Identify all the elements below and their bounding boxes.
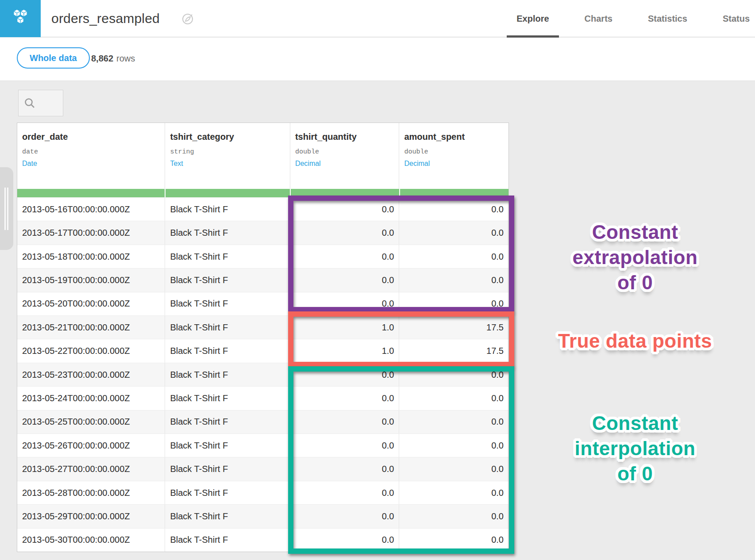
cell-amount-spent[interactable]: 0.0 [399,481,508,504]
cell-order-date[interactable]: 2013-05-23T00:00:00.000Z [17,363,165,386]
table-row[interactable]: 2013-05-25T00:00:00.000ZBlack T-Shirt F0… [17,410,508,433]
cell-amount-spent[interactable]: 0.0 [399,221,508,244]
cell-tshirt-quantity[interactable]: 0.0 [290,505,400,528]
sample-selector-button[interactable]: Whole data [17,47,90,69]
cell-amount-spent[interactable]: 0.0 [399,457,508,480]
cell-tshirt-category[interactable]: Black T-Shirt F [165,268,290,292]
cell-tshirt-quantity[interactable]: 0.0 [290,268,400,292]
column-name: order_date [22,132,165,142]
cell-amount-spent[interactable]: 0.0 [399,410,508,433]
cell-amount-spent[interactable]: 0.0 [399,245,508,268]
cell-tshirt-category[interactable]: Black T-Shirt F [165,316,290,339]
cell-amount-spent[interactable]: 0.0 [399,387,508,410]
cell-tshirt-category[interactable]: Black T-Shirt F [165,221,290,244]
cell-order-date[interactable]: 2013-05-25T00:00:00.000Z [17,410,165,433]
quality-bar-segment[interactable] [17,189,165,197]
column-meaning-link[interactable]: Decimal [295,160,399,168]
cell-amount-spent[interactable]: 0.0 [399,292,508,315]
tab-explore[interactable]: Explore [515,0,551,37]
cell-tshirt-quantity[interactable]: 0.0 [290,529,400,552]
cell-tshirt-quantity[interactable]: 0.0 [290,221,400,244]
cell-order-date[interactable]: 2013-05-22T00:00:00.000Z [17,339,165,362]
cell-order-date[interactable]: 2013-05-17T00:00:00.000Z [17,221,165,244]
cell-amount-spent[interactable]: 0.0 [399,268,508,292]
column-header-order-date[interactable]: order_date date Date [17,123,165,189]
cell-amount-spent[interactable]: 0.0 [399,505,508,528]
cell-tshirt-quantity[interactable]: 0.0 [290,481,400,504]
table-row[interactable]: 2013-05-24T00:00:00.000ZBlack T-Shirt F0… [17,386,508,410]
cell-order-date[interactable]: 2013-05-27T00:00:00.000Z [17,457,165,480]
cell-amount-spent[interactable]: 0.0 [399,434,508,457]
dataset-cubes-icon[interactable] [0,0,41,37]
cell-amount-spent[interactable]: 17.5 [399,316,508,339]
cell-tshirt-category[interactable]: Black T-Shirt F [165,292,290,315]
cell-tshirt-category[interactable]: Black T-Shirt F [165,339,290,362]
cell-order-date[interactable]: 2013-05-24T00:00:00.000Z [17,387,165,410]
tab-charts[interactable]: Charts [583,0,614,37]
cell-tshirt-quantity[interactable]: 0.0 [290,292,400,315]
cell-order-date[interactable]: 2013-05-29T00:00:00.000Z [17,505,165,528]
cell-tshirt-quantity[interactable]: 1.0 [290,339,400,362]
cell-order-date[interactable]: 2013-05-19T00:00:00.000Z [17,268,165,292]
table-row[interactable]: 2013-05-19T00:00:00.000ZBlack T-Shirt F0… [17,268,508,292]
table-row[interactable]: 2013-05-26T00:00:00.000ZBlack T-Shirt F0… [17,433,508,457]
column-header-tshirt-quantity[interactable]: tshirt_quantity double Decimal [290,123,400,189]
cell-amount-spent[interactable]: 17.5 [399,339,508,362]
column-meaning-link[interactable]: Decimal [404,160,508,168]
cell-order-date[interactable]: 2013-05-18T00:00:00.000Z [17,245,165,268]
column-header-amount-spent[interactable]: amount_spent double Decimal [399,123,508,189]
cell-amount-spent[interactable]: 0.0 [399,363,508,386]
column-meaning-link[interactable]: Text [170,160,289,168]
cell-tshirt-quantity[interactable]: 0.0 [290,387,400,410]
cell-amount-spent[interactable]: 0.0 [399,198,508,221]
cell-order-date[interactable]: 2013-05-21T00:00:00.000Z [17,316,165,339]
cell-tshirt-category[interactable]: Black T-Shirt F [165,410,290,433]
cell-tshirt-category[interactable]: Black T-Shirt F [165,434,290,457]
table-row[interactable]: 2013-05-29T00:00:00.000ZBlack T-Shirt F0… [17,504,508,528]
column-meaning-link[interactable]: Date [22,160,165,168]
cell-tshirt-quantity[interactable]: 0.0 [290,410,400,433]
cell-tshirt-category[interactable]: Black T-Shirt F [165,457,290,480]
cell-tshirt-category[interactable]: Black T-Shirt F [165,387,290,410]
compass-icon [181,12,194,25]
annotation-label-extrapolation: Constantextrapolationof 0 [518,219,752,295]
cell-tshirt-category[interactable]: Black T-Shirt F [165,481,290,504]
cell-tshirt-category[interactable]: Black T-Shirt F [165,363,290,386]
table-row[interactable]: 2013-05-22T00:00:00.000ZBlack T-Shirt F1… [17,339,508,362]
cell-tshirt-quantity[interactable]: 0.0 [290,245,400,268]
dataset-tabs: Explore Charts Statistics Status [515,0,751,37]
table-row[interactable]: 2013-05-21T00:00:00.000ZBlack T-Shirt F1… [17,315,508,339]
cell-tshirt-category[interactable]: Black T-Shirt F [165,505,290,528]
quality-bar-segment[interactable] [166,189,290,197]
cell-order-date[interactable]: 2013-05-20T00:00:00.000Z [17,292,165,315]
cell-tshirt-quantity[interactable]: 1.0 [290,316,400,339]
table-row[interactable]: 2013-05-20T00:00:00.000ZBlack T-Shirt F0… [17,292,508,315]
table-row[interactable]: 2013-05-16T00:00:00.000ZBlack T-Shirt F0… [17,197,508,221]
table-row[interactable]: 2013-05-23T00:00:00.000ZBlack T-Shirt F0… [17,363,508,386]
table-row[interactable]: 2013-05-30T00:00:00.000ZBlack T-Shirt F0… [17,528,508,552]
search-input[interactable] [18,90,63,116]
cell-tshirt-quantity[interactable]: 0.0 [290,434,400,457]
table-row[interactable]: 2013-05-17T00:00:00.000ZBlack T-Shirt F0… [17,221,508,244]
cell-amount-spent[interactable]: 0.0 [399,529,508,552]
quality-bar-segment[interactable] [291,189,399,197]
cell-tshirt-category[interactable]: Black T-Shirt F [165,529,290,552]
cell-tshirt-quantity[interactable]: 0.0 [290,198,400,221]
tab-status[interactable]: Status [721,0,751,37]
quality-bar-segment[interactable] [400,189,508,197]
cell-order-date[interactable]: 2013-05-16T00:00:00.000Z [17,198,165,221]
cell-tshirt-quantity[interactable]: 0.0 [290,363,400,386]
cell-order-date[interactable]: 2013-05-28T00:00:00.000Z [17,481,165,504]
quality-bar [17,189,508,197]
column-header-tshirt-category[interactable]: tshirt_category string Text [165,123,290,189]
left-panel-handle[interactable] [0,167,13,250]
table-row[interactable]: 2013-05-18T00:00:00.000ZBlack T-Shirt F0… [17,245,508,268]
cell-tshirt-category[interactable]: Black T-Shirt F [165,245,290,268]
cell-order-date[interactable]: 2013-05-26T00:00:00.000Z [17,434,165,457]
table-row[interactable]: 2013-05-27T00:00:00.000ZBlack T-Shirt F0… [17,457,508,480]
cell-tshirt-category[interactable]: Black T-Shirt F [165,198,290,221]
tab-statistics[interactable]: Statistics [646,0,689,37]
cell-order-date[interactable]: 2013-05-30T00:00:00.000Z [17,529,165,552]
table-row[interactable]: 2013-05-28T00:00:00.000ZBlack T-Shirt F0… [17,481,508,504]
cell-tshirt-quantity[interactable]: 0.0 [290,457,400,480]
